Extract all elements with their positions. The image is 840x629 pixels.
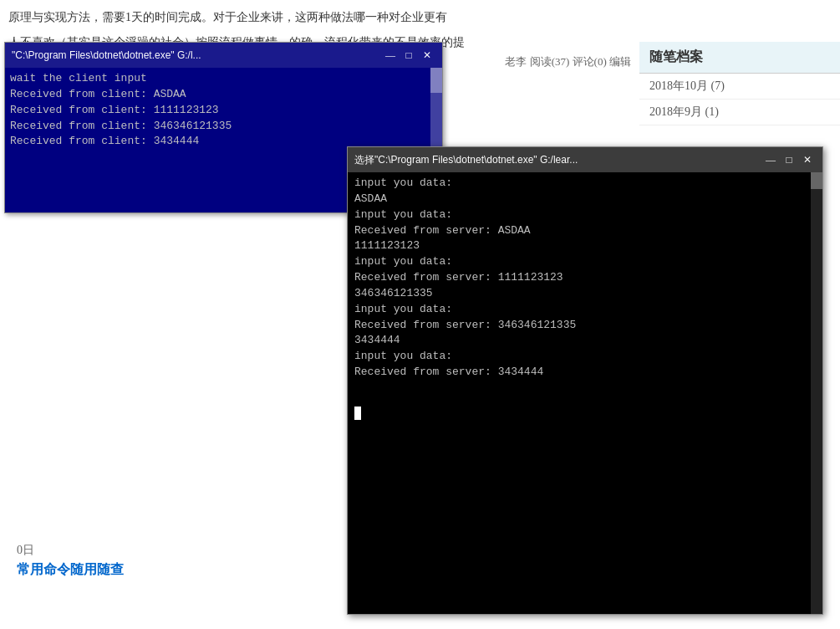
client-close-btn[interactable]: ✕ bbox=[799, 151, 816, 168]
client-line: Received from server: 1111123123 bbox=[354, 270, 816, 286]
client-output: input you data:ASDAAinput you data:Recei… bbox=[354, 176, 816, 421]
cursor bbox=[354, 406, 816, 421]
server-line: Received from client: 1111123123 bbox=[10, 103, 437, 119]
server-line: wait the client input bbox=[10, 71, 437, 87]
client-scrollbar-thumb[interactable] bbox=[811, 172, 822, 189]
client-line: ASDAA bbox=[354, 192, 816, 207]
server-scrollbar-thumb[interactable] bbox=[430, 68, 442, 93]
bottom-date: 0日 bbox=[17, 544, 34, 556]
server-close-btn[interactable]: ✕ bbox=[419, 47, 435, 64]
client-line: 1111123123 bbox=[354, 238, 816, 254]
client-line: input you data: bbox=[354, 349, 816, 365]
client-line: Received from server: 3434444 bbox=[354, 365, 816, 381]
sidebar-title: 随笔档案 bbox=[639, 42, 840, 74]
client-line: input you data: bbox=[354, 254, 816, 270]
client-maximize-btn[interactable]: □ bbox=[781, 151, 797, 168]
author-info: 老李 阅读(37) 评论(0) 编辑 bbox=[505, 54, 631, 69]
client-line: input you data: bbox=[354, 302, 816, 318]
server-maximize-btn[interactable]: □ bbox=[400, 47, 417, 64]
sidebar: 随笔档案 2018年10月 (7) 2018年9月 (1) bbox=[639, 42, 840, 125]
client-window: 选择"C:\Program Files\dotnet\dotnet.exe" G… bbox=[347, 146, 823, 615]
sidebar-item-oct[interactable]: 2018年10月 (7) bbox=[639, 74, 840, 100]
blog-text-1: 原理与实现方法，需要1天的时间完成。对于企业来讲，这两种做法哪一种对企业更有 bbox=[8, 8, 832, 27]
client-line: 3434444 bbox=[354, 333, 816, 349]
client-body: input you data:ASDAAinput you data:Recei… bbox=[348, 172, 822, 614]
server-minimize-btn[interactable]: — bbox=[382, 47, 399, 64]
client-scrollbar[interactable] bbox=[811, 172, 822, 614]
client-line: 346346121335 bbox=[354, 286, 816, 302]
server-output: wait the client inputReceived from clien… bbox=[10, 71, 437, 150]
sidebar-item-sep[interactable]: 2018年9月 (1) bbox=[639, 100, 840, 125]
bottom-link[interactable]: 常用命令随用随查 bbox=[17, 561, 124, 579]
server-line: Received from client: ASDAA bbox=[10, 87, 437, 103]
client-line: input you data: bbox=[354, 207, 816, 223]
server-line: Received from client: 346346121335 bbox=[10, 119, 437, 135]
client-line: Received from server: 346346121335 bbox=[354, 318, 816, 334]
client-title-text: 选择"C:\Program Files\dotnet\dotnet.exe" G… bbox=[354, 153, 761, 167]
client-minimize-btn[interactable]: — bbox=[762, 151, 779, 168]
client-line: input you data: bbox=[354, 176, 816, 192]
server-title-text: "C:\Program Files\dotnet\dotnet.exe" G:/… bbox=[12, 49, 380, 61]
client-line: Received from server: ASDAA bbox=[354, 223, 816, 239]
blog-bottom: 0日 常用命令随用随查 bbox=[0, 534, 140, 587]
client-titlebar: 选择"C:\Program Files\dotnet\dotnet.exe" G… bbox=[348, 147, 822, 172]
server-titlebar: "C:\Program Files\dotnet\dotnet.exe" G:/… bbox=[5, 43, 442, 68]
cursor-block bbox=[354, 407, 361, 420]
